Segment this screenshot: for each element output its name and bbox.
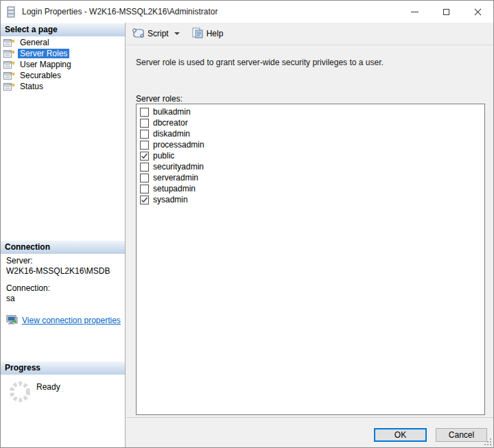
close-icon: [473, 8, 482, 16]
minimize-button[interactable]: [399, 1, 430, 23]
connection-header: Connection: [1, 241, 125, 254]
role-name: public: [153, 151, 174, 161]
script-scroll-icon: [132, 27, 145, 40]
maximize-button[interactable]: [430, 1, 462, 23]
role-checkbox-dbcreator[interactable]: [140, 119, 149, 128]
sidebar-item-label: Securables: [18, 71, 63, 80]
script-label: Script: [148, 29, 169, 38]
sidebar-item-user-mapping[interactable]: User Mapping: [1, 59, 125, 70]
close-button[interactable]: [462, 1, 493, 23]
page-icon: [3, 38, 15, 47]
role-row-setupadmin[interactable]: setupadmin: [137, 183, 484, 194]
maximize-icon: [443, 9, 449, 15]
role-checkbox-setupadmin[interactable]: [140, 185, 149, 193]
help-label: Help: [207, 29, 224, 38]
role-name: dbcreator: [153, 118, 188, 128]
role-row-diskadmin[interactable]: diskadmin: [137, 128, 484, 139]
role-name: bulkadmin: [153, 107, 191, 117]
role-checkbox-securityadmin[interactable]: [140, 163, 149, 172]
page-description: Server role is used to grant server-wide…: [136, 58, 484, 67]
cancel-button[interactable]: Cancel: [436, 428, 487, 442]
connection-value: sa: [6, 294, 122, 304]
server-roles-listbox[interactable]: bulkadmindbcreatordiskadminprocessadminp…: [136, 104, 485, 415]
role-row-securityadmin[interactable]: securityadmin: [137, 161, 484, 172]
toolbar: Script Help: [126, 23, 493, 45]
login-properties-dialog: Login Properties - W2K16-MSSQL2K16\Admin…: [0, 0, 494, 448]
role-checkbox-sysadmin[interactable]: [140, 196, 149, 204]
script-dropdown-icon[interactable]: [174, 32, 180, 35]
sidebar-item-server-roles[interactable]: Server Roles: [1, 48, 125, 59]
sidebar-item-label: Server Roles: [18, 49, 69, 58]
sidebar-item-general[interactable]: General: [1, 37, 125, 48]
page-icon: [3, 82, 15, 91]
page-icon: [3, 60, 15, 69]
role-checkbox-serveradmin[interactable]: [140, 174, 149, 182]
sidebar-item-status[interactable]: Status: [1, 81, 125, 92]
server-label: Server:: [6, 256, 122, 266]
server-roles-label: Server roles:: [136, 94, 183, 104]
role-name: sysadmin: [153, 195, 188, 204]
sidebar-item-label: Status: [18, 82, 45, 91]
page-list: GeneralServer RolesUser MappingSecurable…: [1, 37, 125, 92]
page-icon: [3, 71, 15, 80]
page-icon: [3, 49, 15, 58]
main-panel: Script Help Server role is used to grant: [126, 23, 493, 447]
sidebar: Select a page GeneralServer RolesUser Ma…: [1, 23, 126, 447]
role-checkbox-public[interactable]: [140, 152, 149, 161]
connection-section: Server: W2K16-MSSQL2K16\MSDB Connection:…: [6, 256, 122, 326]
role-name: diskadmin: [153, 129, 190, 139]
select-a-page-header: Select a page: [1, 23, 125, 36]
titlebar: Login Properties - W2K16-MSSQL2K16\Admin…: [1, 1, 493, 23]
role-checkbox-bulkadmin[interactable]: [140, 108, 149, 117]
role-row-bulkadmin[interactable]: bulkadmin: [137, 106, 484, 117]
role-row-serveradmin[interactable]: serveradmin: [137, 172, 484, 183]
help-button[interactable]: Help: [189, 25, 226, 42]
sidebar-item-label: General: [18, 38, 51, 47]
server-icon: [7, 5, 16, 18]
sidebar-item-securables[interactable]: Securables: [1, 70, 125, 81]
progress-header: Progress: [1, 362, 125, 375]
view-connection-properties-link[interactable]: View connection properties: [22, 316, 121, 326]
role-row-public[interactable]: public: [137, 150, 484, 161]
progress-status: Ready: [36, 382, 60, 392]
role-row-sysadmin[interactable]: sysadmin: [137, 194, 484, 205]
role-name: setupadmin: [153, 184, 196, 193]
connection-properties-icon: [6, 315, 19, 326]
connection-label: Connection:: [6, 283, 122, 294]
sidebar-item-label: User Mapping: [18, 60, 73, 69]
help-doc-icon: [192, 27, 204, 40]
role-name: securityadmin: [153, 162, 204, 172]
server-roles-page: Server role is used to grant server-wide…: [126, 46, 493, 418]
role-name: processadmin: [153, 140, 204, 150]
role-checkbox-processadmin[interactable]: [140, 141, 149, 150]
window-title: Login Properties - W2K16-MSSQL2K16\Admin…: [22, 7, 217, 16]
role-row-dbcreator[interactable]: dbcreator: [137, 117, 484, 128]
role-checkbox-diskadmin[interactable]: [140, 130, 149, 139]
ok-button[interactable]: OK: [374, 428, 427, 442]
server-value: W2K16-MSSQL2K16\MSDB: [6, 266, 122, 276]
resize-grip[interactable]: [482, 436, 491, 445]
role-name: serveradmin: [153, 173, 198, 182]
minimize-icon: [411, 12, 419, 12]
progress-ring-icon: [8, 379, 32, 406]
script-button[interactable]: Script: [129, 25, 183, 42]
role-row-processadmin[interactable]: processadmin: [137, 139, 484, 150]
